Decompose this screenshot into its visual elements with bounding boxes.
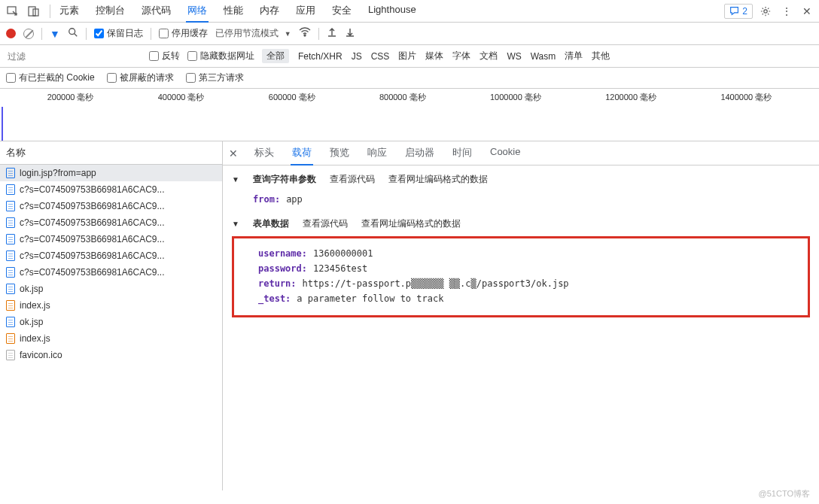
watermark: @51CTO博客 [759,488,810,499]
main-tab-网络[interactable]: 网络 [186,0,209,23]
svg-point-4 [69,29,75,35]
type-filter-WS[interactable]: WS [507,51,521,62]
form-data-highlight-box: username:13600000001password:123456testr… [232,236,810,317]
invert-checkbox[interactable]: 反转 [149,50,180,62]
main-tab-源代码[interactable]: 源代码 [140,0,172,23]
inspect-icon[interactable] [5,3,21,20]
timeline-tick: 1400000 毫秒 [720,92,772,103]
svg-point-5 [304,35,306,36]
device-toggle-icon[interactable] [26,3,42,20]
type-filter-Wasm[interactable]: Wasm [531,51,556,62]
request-name: c?s=C074509753B66981A6CAC9... [20,217,164,228]
filter-input[interactable] [6,50,142,63]
kv-key: _test: [258,293,291,304]
view-encoded-link[interactable]: 查看网址编码格式的数据 [361,217,461,230]
file-icon [6,284,15,294]
blocked-requests-checkbox[interactable]: 被屏蔽的请求 [107,71,174,84]
file-icon [6,168,15,178]
request-row[interactable]: ok.jsp [0,281,222,297]
request-row[interactable]: c?s=C074509753B66981A6CAC9... [0,231,222,247]
import-icon[interactable] [327,27,337,40]
view-encoded-link[interactable]: 查看网址编码格式的数据 [388,173,488,186]
request-row[interactable]: c?s=C074509753B66981A6CAC9... [0,198,222,214]
search-icon[interactable] [68,27,78,40]
detail-tab-载荷[interactable]: 载荷 [291,141,313,165]
preserve-log-checkbox[interactable]: 保留日志 [94,27,143,40]
request-list-panel: 名称 login.jsp?from=appc?s=C074509753B6698… [0,141,223,490]
filter-toggle-icon[interactable]: ▼ [50,28,60,40]
type-filter-Fetch/XHR[interactable]: Fetch/XHR [298,51,343,62]
timeline-tick: 1000000 毫秒 [490,92,541,103]
type-filter-全部[interactable]: 全部 [262,49,289,63]
query-string-section-header[interactable]: ▼ 查询字符串参数 查看源代码 查看网址编码格式的数据 [232,173,810,186]
hide-data-urls-checkbox[interactable]: 隐藏数据网址 [187,50,254,62]
type-filter-文档[interactable]: 文档 [480,50,498,62]
throttling-select[interactable]: 已停用节流模式 ▼ [215,27,291,40]
detail-tab-响应[interactable]: 响应 [366,141,388,165]
request-row[interactable]: c?s=C074509753B66981A6CAC9... [0,181,222,198]
detail-tab-Cookie[interactable]: Cookie [489,141,522,165]
close-icon[interactable]: ✕ [799,5,814,17]
detail-tab-预览[interactable]: 预览 [328,141,351,165]
request-row[interactable]: login.jsp?from=app [0,165,222,181]
request-name: c?s=C074509753B66981A6CAC9... [20,250,164,261]
timeline-tick: 600000 毫秒 [269,92,315,103]
issues-badge[interactable]: 2 [724,4,753,19]
detail-tab-标头[interactable]: 标头 [253,141,276,165]
timeline-tick: 800000 毫秒 [379,92,426,103]
main-tab-应用[interactable]: 应用 [294,0,317,23]
request-name: login.jsp?from=app [20,168,96,178]
network-conditions-icon[interactable] [299,27,311,40]
detail-tab-启动器[interactable]: 启动器 [403,141,436,165]
kv-row: return:https://t-passport.p▒▒▒▒▒▒ ▒▒.c▒/… [237,276,802,291]
main-tab-元素[interactable]: 元素 [58,0,81,23]
blocked-cookies-checkbox[interactable]: 有已拦截的 Cookie [6,71,95,84]
export-icon[interactable] [345,27,355,40]
record-button[interactable] [6,29,16,38]
form-data-section-header[interactable]: ▼ 表单数据 查看源代码 查看网址编码格式的数据 [232,217,810,230]
type-filter-JS[interactable]: JS [352,51,362,62]
type-filter-媒体[interactable]: 媒体 [425,50,443,62]
view-source-link[interactable]: 查看源代码 [303,217,348,230]
request-row[interactable]: c?s=C074509753B66981A6CAC9... [0,214,222,231]
file-icon [6,184,15,195]
svg-rect-1 [29,7,35,16]
request-row[interactable]: ok.jsp [0,314,222,330]
type-filter-CSS[interactable]: CSS [371,51,390,62]
request-row[interactable]: index.js [0,297,222,314]
kv-value: https://t-passport.p▒▒▒▒▒▒ ▒▒.c▒/passpor… [303,278,569,289]
request-row[interactable]: c?s=C074509753B66981A6CAC9... [0,247,222,264]
request-name: c?s=C074509753B66981A6CAC9... [20,234,164,244]
request-row[interactable]: index.js [0,330,222,347]
main-tab-Lighthouse[interactable]: Lighthouse [367,0,418,23]
kv-key: password: [258,263,307,274]
network-toolbar: ▼ 保留日志 停用缓存 已停用节流模式 ▼ [0,23,819,45]
close-detail-icon[interactable]: ✕ [229,147,238,159]
request-name: c?s=C074509753B66981A6CAC9... [20,184,164,195]
type-filter-图片[interactable]: 图片 [398,50,416,62]
main-tab-内存[interactable]: 内存 [258,0,281,23]
clear-icon[interactable] [23,29,34,39]
collapse-icon: ▼ [232,175,239,184]
main-tab-控制台[interactable]: 控制台 [94,0,126,23]
third-party-checkbox[interactable]: 第三方请求 [186,71,244,84]
main-tab-安全[interactable]: 安全 [330,0,353,23]
request-name: ok.jsp [20,317,43,327]
collapse-icon: ▼ [232,220,239,228]
timeline[interactable]: 200000 毫秒400000 毫秒600000 毫秒800000 毫秒1000… [0,89,819,141]
name-column-header[interactable]: 名称 [0,141,222,165]
type-filter-其他[interactable]: 其他 [592,50,610,62]
comment-icon [729,6,739,16]
main-tab-性能[interactable]: 性能 [222,0,245,23]
request-name: c?s=C074509753B66981A6CAC9... [20,201,164,211]
detail-tab-时间[interactable]: 时间 [451,141,473,165]
settings-icon[interactable] [757,3,774,20]
request-row[interactable]: favicon.ico [0,347,222,363]
kebab-menu-icon[interactable]: ⋮ [778,5,795,17]
type-filter-字体[interactable]: 字体 [452,50,470,62]
disable-cache-checkbox[interactable]: 停用缓存 [159,27,208,40]
type-filter-清单[interactable]: 清单 [565,50,583,62]
view-source-link[interactable]: 查看源代码 [330,173,375,186]
detail-panel: ✕ 标头载荷预览响应启动器时间Cookie ▼ 查询字符串参数 查看源代码 查看… [223,141,819,490]
request-row[interactable]: c?s=C074509753B66981A6CAC9... [0,264,222,281]
